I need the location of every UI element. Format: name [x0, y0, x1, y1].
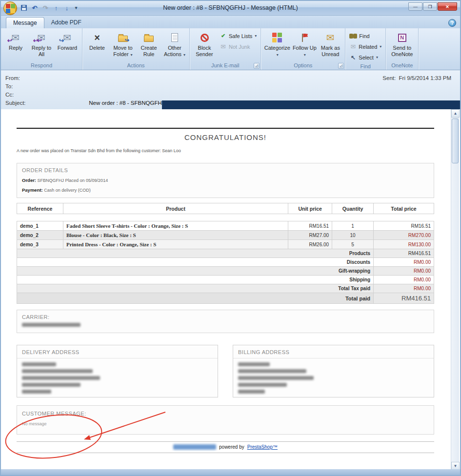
move-to-folder-button[interactable]: ↪ Move to Folder ▾: [110, 30, 136, 61]
summary-row: Products RM416.51: [17, 249, 434, 258]
mark-as-unread-button[interactable]: ✉ Mark as Unread: [318, 30, 343, 61]
categorize-button[interactable]: Categorize ▾: [263, 30, 291, 61]
group-label-respond: Respond: [1, 61, 82, 70]
dropdown-arrow-icon: ▾: [304, 53, 306, 57]
redacted-text: [238, 383, 287, 387]
summary-row: Gift-wrapping RM0.00: [17, 267, 434, 276]
order-line: Order: SFBNQGFHJ Placed on 05/09/2014: [22, 178, 429, 183]
customer-message-value: No message: [22, 421, 429, 426]
find-binoculars-icon: [349, 34, 353, 39]
minimize-button[interactable]: —: [408, 2, 422, 11]
window-bottom-frame: [1, 469, 460, 475]
group-options: Categorize ▾ Follow Up ▾ ✉ Mark as Unrea…: [261, 28, 345, 70]
col-quantity: Quantity: [332, 203, 374, 214]
carrier-title: CARRIER:: [22, 314, 429, 320]
follow-up-button[interactable]: Follow Up ▾: [292, 30, 317, 61]
find-button[interactable]: Find: [347, 31, 383, 41]
onenote-icon: N: [393, 31, 411, 44]
total-paid-row: Total paid RM416.51: [17, 293, 434, 304]
redacted-text: [22, 369, 93, 373]
from-label: From:: [5, 74, 39, 82]
order-details-title: ORDER DETAILS: [22, 167, 429, 173]
other-actions-button[interactable]: Other Actions ▾: [162, 30, 187, 61]
create-rule-button[interactable]: Create Rule: [136, 30, 161, 61]
related-button[interactable]: ✉ Related ▾: [347, 41, 383, 52]
col-unit-price: Unit price: [288, 203, 332, 214]
forward-button[interactable]: ✉↪ Forward: [55, 30, 80, 61]
congratulations-heading: CONGRATULATIONS!: [17, 133, 434, 141]
carrier-box: CARRIER:: [17, 310, 434, 333]
group-label-find: Find: [345, 62, 385, 70]
reply-all-icon: ✉↩↩: [33, 31, 50, 44]
select-button[interactable]: ↖ Select ▾: [347, 52, 383, 62]
redacted-shop-name: [173, 444, 216, 450]
scroll-up-icon[interactable]: ▲: [451, 109, 460, 118]
junk-dialog-launcher-icon[interactable]: ◿: [254, 63, 260, 69]
group-label-actions: Actions: [82, 61, 189, 70]
help-icon[interactable]: ?: [448, 19, 456, 27]
follow-up-icon: [296, 31, 313, 44]
outlook-message-window: ↶ ↷ ↑ ↓ ▾ New order : #8 - SFBNQGFHJ - M…: [0, 0, 461, 476]
tab-message[interactable]: Message: [6, 17, 44, 28]
reply-to-all-button[interactable]: ✉↩↩ Reply to All: [29, 30, 54, 61]
to-label: To:: [5, 82, 39, 91]
cc-label: Cc:: [5, 91, 39, 99]
safe-lists-button[interactable]: ✔ Safe Lists ▾: [218, 31, 259, 41]
powered-by-text: powered by: [219, 444, 244, 450]
window-title: New order : #8 - SFBNQGFHJ - Message (HT…: [1, 4, 460, 11]
dropdown-arrow-icon: ▾: [255, 34, 257, 38]
dropdown-arrow-icon: ▾: [183, 53, 185, 57]
group-junk-email: Block Sender ✔ Safe Lists ▾ ✉ Not Junk J…: [190, 28, 261, 70]
send-to-onenote-button[interactable]: N Send to OneNote: [388, 30, 416, 61]
table-row: demo_1 Faded Short Sleeve T-shirts - Col…: [17, 221, 434, 231]
tab-adobe-pdf[interactable]: Adobe PDF: [44, 17, 88, 28]
group-respond: ✉↩ Reply ✉↩↩ Reply to All ✉↪ Forward Res…: [1, 28, 82, 70]
subject-value: New order : #8 - SFBNQGFHJ: [89, 100, 164, 106]
prestashop-link[interactable]: PrestaShop™: [247, 444, 278, 450]
delete-icon: ×: [88, 31, 106, 44]
scrollbar-thumb[interactable]: [452, 119, 459, 163]
subject-label: Subject:: [5, 99, 39, 107]
summary-row: Discounts RM0.00: [17, 258, 434, 267]
vertical-scrollbar[interactable]: ▲ ▼: [451, 109, 459, 470]
titlebar: ↶ ↷ ↑ ↓ ▾ New order : #8 - SFBNQGFHJ - M…: [1, 1, 460, 16]
spacer-row: [17, 214, 434, 221]
not-junk-button[interactable]: ✉ Not Junk: [218, 41, 259, 52]
block-sender-button[interactable]: Block Sender: [192, 30, 217, 61]
customer-message-box: CUSTOMER MESSAGE: No message: [17, 405, 434, 435]
summary-row: Total Tax paid RM0.00: [17, 284, 434, 293]
other-actions-icon: [166, 31, 183, 44]
close-button[interactable]: ✕: [438, 2, 457, 11]
ribbon: ✉↩ Reply ✉↩↩ Reply to All ✉↪ Forward Res…: [1, 28, 460, 70]
order-details-box: ORDER DETAILS Order: SFBNQGFHJ Placed on…: [17, 163, 434, 198]
maximize-button[interactable]: ❐: [423, 2, 437, 11]
mark-as-unread-icon: ✉: [321, 31, 339, 44]
related-icon: ✉: [349, 43, 357, 50]
group-actions: × Delete ↪ Move to Folder ▾ Create Rule …: [82, 28, 190, 70]
select-cursor-icon: ↖: [349, 54, 357, 61]
redacted-text: [238, 362, 270, 366]
group-onenote: N Send to OneNote OneNote: [386, 28, 419, 70]
options-dialog-launcher-icon[interactable]: ◿: [338, 63, 344, 69]
redacted-text: [22, 376, 100, 380]
intro-text: A new order was placed on Transtar Sdn B…: [17, 148, 434, 153]
redacted-text: [238, 376, 314, 380]
group-label-options: Options: [261, 61, 345, 70]
redacted-text: [22, 362, 56, 366]
reply-button[interactable]: ✉↩ Reply: [3, 30, 28, 61]
col-reference: Reference: [17, 203, 63, 214]
delete-button[interactable]: × Delete: [84, 30, 110, 61]
reply-icon: ✉↩: [7, 31, 24, 44]
order-table: Reference Product Unit price Quantity To…: [17, 203, 434, 304]
categorize-icon: [268, 31, 286, 44]
customer-message-title: CUSTOMER MESSAGE:: [22, 411, 429, 416]
redacted-text: [22, 383, 80, 387]
delivery-address-title: DELIVERY ADDRESS: [17, 345, 218, 358]
dropdown-arrow-icon: ▾: [277, 53, 279, 57]
col-product: Product: [63, 203, 288, 214]
group-label-junk-email: Junk E-mail: [190, 61, 261, 70]
table-row: demo_2 Blouse - Color : Black, Size : S …: [17, 231, 434, 240]
group-label-onenote: OneNote: [386, 61, 418, 70]
ribbon-tab-row: Message Adobe PDF ?: [1, 16, 460, 28]
not-junk-icon: ✉: [220, 43, 227, 50]
